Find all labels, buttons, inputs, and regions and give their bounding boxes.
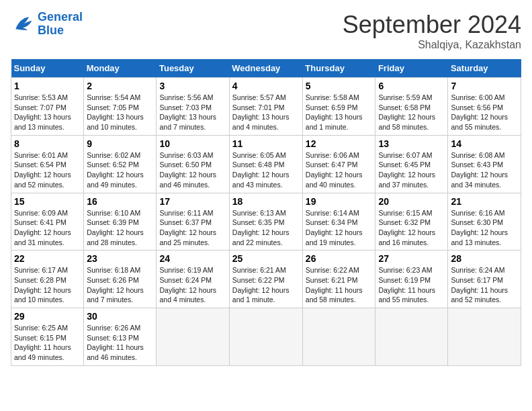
calendar-cell: 20Sunrise: 6:15 AM Sunset: 6:32 PM Dayli… [375,193,448,250]
day-number: 3 [159,81,226,91]
day-info: Sunrise: 6:08 AM Sunset: 6:43 PM Dayligh… [451,150,518,190]
calendar-cell: 2Sunrise: 5:54 AM Sunset: 7:05 PM Daylig… [84,78,157,136]
calendar-cell: 9Sunrise: 6:02 AM Sunset: 6:52 PM Daylig… [84,135,157,193]
day-info: Sunrise: 5:58 AM Sunset: 6:59 PM Dayligh… [306,93,373,132]
calendar-week-1: 1Sunrise: 5:53 AM Sunset: 7:07 PM Daylig… [11,78,521,136]
day-number: 30 [87,311,153,322]
day-number: 24 [159,253,226,264]
day-info: Sunrise: 6:17 AM Sunset: 6:28 PM Dayligh… [14,265,81,305]
day-number: 6 [378,81,445,91]
day-info: Sunrise: 6:01 AM Sunset: 6:54 PM Dayligh… [14,150,81,190]
calendar-cell: 17Sunrise: 6:11 AM Sunset: 6:37 PM Dayli… [157,193,229,250]
calendar-cell: 24Sunrise: 6:19 AM Sunset: 6:24 PM Dayli… [157,250,229,308]
calendar-cell: 5Sunrise: 5:58 AM Sunset: 6:59 PM Daylig… [302,78,375,136]
day-number: 16 [87,196,153,207]
day-info: Sunrise: 6:14 AM Sunset: 6:34 PM Dayligh… [306,208,373,248]
day-info: Sunrise: 6:18 AM Sunset: 6:26 PM Dayligh… [87,265,153,305]
day-info: Sunrise: 6:24 AM Sunset: 6:17 PM Dayligh… [451,265,518,305]
day-info: Sunrise: 6:16 AM Sunset: 6:30 PM Dayligh… [451,208,518,248]
calendar-cell: 14Sunrise: 6:08 AM Sunset: 6:43 PM Dayli… [448,135,521,193]
calendar-cell [448,308,521,366]
day-info: Sunrise: 6:22 AM Sunset: 6:21 PM Dayligh… [306,265,373,305]
calendar-cell: 6Sunrise: 5:59 AM Sunset: 6:58 PM Daylig… [375,78,448,136]
weekday-header-saturday: Saturday [448,59,521,78]
day-info: Sunrise: 6:09 AM Sunset: 6:41 PM Dayligh… [14,208,81,248]
calendar-cell: 27Sunrise: 6:23 AM Sunset: 6:19 PM Dayli… [375,250,448,308]
calendar-cell [302,308,375,366]
day-info: Sunrise: 6:06 AM Sunset: 6:47 PM Dayligh… [306,150,373,190]
day-info: Sunrise: 6:26 AM Sunset: 6:13 PM Dayligh… [87,323,153,363]
calendar-cell: 18Sunrise: 6:13 AM Sunset: 6:35 PM Dayli… [229,193,302,250]
weekday-header-tuesday: Tuesday [157,59,229,78]
calendar-week-5: 29Sunrise: 6:25 AM Sunset: 6:15 PM Dayli… [11,308,521,366]
day-number: 18 [232,196,300,207]
day-info: Sunrise: 6:25 AM Sunset: 6:15 PM Dayligh… [14,323,81,363]
calendar-cell [375,308,448,366]
day-number: 4 [232,81,300,91]
day-number: 19 [306,196,373,207]
day-number: 14 [451,138,518,149]
location: Shalqiya, Kazakhstan [343,39,521,51]
logo-text: General Blue [38,11,83,38]
calendar-cell: 19Sunrise: 6:14 AM Sunset: 6:34 PM Dayli… [302,193,375,250]
calendar-cell [157,308,229,366]
page-header: General Blue September 2024 Shalqiya, Ka… [11,11,521,51]
day-number: 21 [451,196,518,207]
day-info: Sunrise: 5:53 AM Sunset: 7:07 PM Dayligh… [14,93,81,132]
weekday-header-sunday: Sunday [11,59,84,78]
day-info: Sunrise: 6:21 AM Sunset: 6:22 PM Dayligh… [232,265,300,305]
calendar-cell: 10Sunrise: 6:03 AM Sunset: 6:50 PM Dayli… [157,135,229,193]
calendar-cell: 7Sunrise: 6:00 AM Sunset: 6:56 PM Daylig… [448,78,521,136]
day-info: Sunrise: 6:23 AM Sunset: 6:19 PM Dayligh… [378,265,445,305]
day-number: 9 [87,138,153,149]
weekday-header-monday: Monday [84,59,157,78]
calendar-cell: 22Sunrise: 6:17 AM Sunset: 6:28 PM Dayli… [11,250,84,308]
calendar-cell: 23Sunrise: 6:18 AM Sunset: 6:26 PM Dayli… [84,250,157,308]
day-info: Sunrise: 6:11 AM Sunset: 6:37 PM Dayligh… [159,208,226,248]
day-number: 15 [14,196,81,207]
day-number: 5 [306,81,373,91]
day-info: Sunrise: 6:00 AM Sunset: 6:56 PM Dayligh… [451,93,518,132]
day-number: 23 [87,253,153,264]
day-info: Sunrise: 6:10 AM Sunset: 6:39 PM Dayligh… [87,208,153,248]
day-info: Sunrise: 6:02 AM Sunset: 6:52 PM Dayligh… [87,150,153,190]
calendar-cell: 26Sunrise: 6:22 AM Sunset: 6:21 PM Dayli… [302,250,375,308]
day-number: 17 [159,196,226,207]
weekday-header-wednesday: Wednesday [229,59,302,78]
calendar-cell: 3Sunrise: 5:56 AM Sunset: 7:03 PM Daylig… [157,78,229,136]
day-number: 13 [378,138,445,149]
day-info: Sunrise: 6:07 AM Sunset: 6:45 PM Dayligh… [378,150,445,190]
day-info: Sunrise: 6:03 AM Sunset: 6:50 PM Dayligh… [159,150,226,190]
day-number: 2 [87,81,153,91]
calendar-cell: 25Sunrise: 6:21 AM Sunset: 6:22 PM Dayli… [229,250,302,308]
weekday-header-friday: Friday [375,59,448,78]
calendar-table: SundayMondayTuesdayWednesdayThursdayFrid… [11,59,521,366]
logo: General Blue [11,11,83,38]
calendar-cell: 4Sunrise: 5:57 AM Sunset: 7:01 PM Daylig… [229,78,302,136]
calendar-cell: 13Sunrise: 6:07 AM Sunset: 6:45 PM Dayli… [375,135,448,193]
calendar-cell: 1Sunrise: 5:53 AM Sunset: 7:07 PM Daylig… [11,78,84,136]
day-number: 25 [232,253,300,264]
month-title: September 2024 [343,11,521,39]
day-info: Sunrise: 5:57 AM Sunset: 7:01 PM Dayligh… [232,93,300,132]
day-number: 29 [14,311,81,322]
calendar-cell: 11Sunrise: 6:05 AM Sunset: 6:48 PM Dayli… [229,135,302,193]
weekday-header-thursday: Thursday [302,59,375,78]
day-number: 1 [14,81,81,91]
calendar-cell: 12Sunrise: 6:06 AM Sunset: 6:47 PM Dayli… [302,135,375,193]
day-info: Sunrise: 5:56 AM Sunset: 7:03 PM Dayligh… [159,93,226,132]
day-number: 26 [306,253,373,264]
calendar-week-3: 15Sunrise: 6:09 AM Sunset: 6:41 PM Dayli… [11,193,521,250]
day-number: 12 [306,138,373,149]
day-info: Sunrise: 5:54 AM Sunset: 7:05 PM Dayligh… [87,93,153,132]
day-info: Sunrise: 6:05 AM Sunset: 6:48 PM Dayligh… [232,150,300,190]
calendar-cell: 16Sunrise: 6:10 AM Sunset: 6:39 PM Dayli… [84,193,157,250]
calendar-cell: 8Sunrise: 6:01 AM Sunset: 6:54 PM Daylig… [11,135,84,193]
calendar-cell: 30Sunrise: 6:26 AM Sunset: 6:13 PM Dayli… [84,308,157,366]
calendar-cell: 15Sunrise: 6:09 AM Sunset: 6:41 PM Dayli… [11,193,84,250]
day-number: 10 [159,138,226,149]
calendar-cell: 28Sunrise: 6:24 AM Sunset: 6:17 PM Dayli… [448,250,521,308]
day-number: 22 [14,253,81,264]
calendar-cell [229,308,302,366]
logo-bird-icon [11,12,35,36]
